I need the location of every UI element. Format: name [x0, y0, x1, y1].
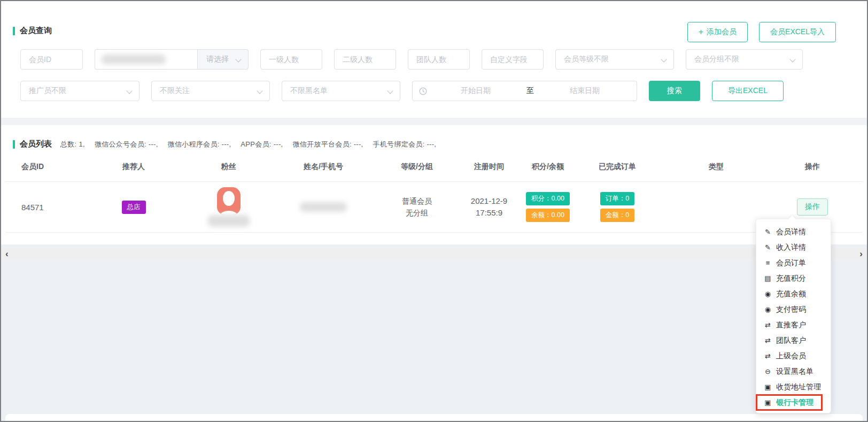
scroll-right-icon[interactable]: ›	[859, 249, 863, 258]
menu-item[interactable]: ≡ 会员订单	[756, 255, 831, 271]
keyword-combo: 请选择	[95, 49, 249, 70]
page-background	[1, 244, 867, 421]
column-header: 姓名/手机号	[275, 159, 371, 174]
referrer-badge: 总店	[122, 201, 146, 214]
cell-completed-orders: 订单：0 金额：0	[580, 182, 655, 232]
money-icon: ◉	[763, 290, 772, 298]
register-date-range[interactable]: 开始日期 至 结束日期	[412, 81, 637, 101]
stat-item: 微信公众号会员: ---,	[95, 140, 158, 149]
filter-row-1: 请选择 会员等级不限 会员分组不限	[20, 49, 803, 70]
transfer-icon: ⇄	[763, 321, 772, 329]
menu-item[interactable]: ⊖ 设置黑名单	[756, 364, 831, 379]
export-excel-button[interactable]: 导出EXCEL	[712, 81, 784, 101]
start-date-input[interactable]: 开始日期	[430, 86, 521, 96]
avatar	[217, 187, 241, 215]
register-date: 2021-12-9	[471, 195, 507, 207]
menu-item[interactable]: ▣ 收货地址管理	[756, 379, 831, 395]
chevron-down-icon	[235, 56, 241, 62]
cell-member-id: 84571	[16, 182, 86, 232]
menu-item[interactable]: ✎ 收入详情	[756, 240, 831, 255]
register-time: 17:55:9	[471, 207, 507, 219]
column-header: 类型	[655, 159, 778, 174]
plus-icon	[699, 27, 703, 37]
list-panel-header: 会员列表 总数: 1, 微信公众号会员: ---, 微信小程序会员: ---, …	[13, 139, 436, 149]
truck-icon: ▣	[763, 398, 772, 406]
edit-icon: ✎	[763, 228, 772, 236]
orders-badge: 订单：0	[600, 192, 634, 205]
member-group-select[interactable]: 会员分组不限	[686, 49, 803, 70]
horizontal-scrollbar[interactable]: ‹ ›	[1, 248, 867, 260]
column-header: 等级/分组	[371, 159, 462, 174]
member-level-select[interactable]: 会员等级不限	[555, 49, 674, 70]
amount-badge: 金额：0	[600, 209, 634, 222]
cell-fans	[182, 182, 275, 232]
chevron-down-icon	[257, 88, 262, 94]
menu-item[interactable]: ⇄ 上级会员	[756, 348, 831, 364]
cell-points-balance: 积分：0.00 余额：0.00	[516, 182, 580, 232]
custom-field-input[interactable]	[482, 50, 543, 69]
cell-register-time: 2021-12-9 17:55:9	[462, 182, 516, 232]
level1-count-input[interactable]	[261, 50, 322, 69]
column-header: 粉丝	[182, 159, 275, 174]
follow-select[interactable]: 不限关注	[151, 81, 270, 101]
chevron-down-icon	[387, 88, 393, 94]
redacted-nickname	[208, 215, 250, 227]
member-list-panel: 会员列表 总数: 1, 微信公众号会员: ---, 微信小程序会员: ---, …	[5, 125, 863, 244]
menu-item[interactable]: ⇄ 团队客户	[756, 333, 831, 348]
stat-item: 微信小程序会员: ---,	[168, 140, 231, 149]
panel-gap	[1, 118, 867, 125]
list-panel-title-text: 会员列表	[20, 139, 52, 149]
date-separator: 至	[524, 86, 536, 96]
level1-field-wrap	[260, 49, 322, 70]
stat-item: 微信开放平台会员: ---,	[292, 140, 363, 149]
member-stats: 总数: 1, 微信公众号会员: ---, 微信小程序会员: ---, APP会员…	[60, 140, 436, 149]
custom-field-wrap	[482, 49, 544, 70]
excel-import-button[interactable]: 会员EXCEL导入	[759, 22, 836, 42]
balance-badge: 余额：0.00	[526, 209, 570, 222]
member-admin-page: 会员查询 添加会员 会员EXCEL导入 请选择	[0, 0, 868, 422]
menu-item[interactable]: ◉ 充值余额	[756, 286, 831, 302]
end-date-input[interactable]: 结束日期	[539, 86, 630, 96]
promoter-select[interactable]: 推广员不限	[20, 81, 140, 101]
member-query-panel: 会员查询 添加会员 会员EXCEL导入 请选择	[5, 4, 863, 118]
keyword-type-select[interactable]: 请选择	[197, 49, 249, 70]
chevron-down-icon	[126, 88, 132, 94]
member-id-field-wrap	[20, 49, 83, 70]
query-panel-title-text: 会员查询	[20, 26, 52, 36]
menu-item[interactable]: ✎ 会员详情	[756, 224, 831, 240]
menu-item[interactable]: ▤ 充值积分	[756, 271, 831, 286]
chevron-down-icon	[661, 56, 666, 62]
row-action-button[interactable]: 操作	[797, 198, 828, 216]
money-icon: ◉	[763, 305, 772, 313]
redacted-name	[300, 202, 347, 212]
truck-icon: ▣	[763, 383, 772, 391]
member-id-input[interactable]	[21, 50, 82, 69]
team-field-wrap	[408, 49, 470, 70]
column-header: 注册时间	[462, 159, 516, 174]
column-header: 积分/余额	[516, 159, 580, 174]
column-header: 推荐人	[86, 159, 182, 174]
section-accent-bar	[13, 27, 15, 35]
scroll-left-icon[interactable]: ‹	[5, 249, 9, 258]
team-count-input[interactable]	[408, 50, 469, 69]
stat-item: 总数: 1,	[60, 140, 85, 149]
blacklist-select[interactable]: 不限黑名单	[282, 81, 400, 101]
level2-count-input[interactable]	[335, 50, 396, 69]
menu-item[interactable]: ⇄ 直推客户	[756, 317, 831, 333]
table-row: 84571 总店 普通会员 无分组 2021-12	[5, 181, 863, 233]
search-button[interactable]: 搜索	[649, 81, 700, 101]
card-icon: ▤	[763, 274, 772, 282]
list-icon: ≡	[763, 259, 772, 267]
member-level: 普通会员	[402, 195, 432, 207]
keyword-input[interactable]	[95, 49, 197, 70]
redacted-keyword	[102, 55, 166, 64]
row-action-menu: ✎ 会员详情 ✎ 收入详情 ≡ 会员订单 ▤ 充值积分 ◉ 充值余额	[756, 219, 831, 413]
cell-referrer: 总店	[86, 182, 182, 232]
edit-icon: ✎	[763, 243, 772, 251]
cell-name-phone	[275, 182, 371, 232]
add-member-button[interactable]: 添加会员	[687, 22, 748, 42]
chevron-down-icon	[789, 56, 795, 62]
menu-item[interactable]: ▣ 银行卡管理	[756, 395, 822, 410]
transfer-icon: ⇄	[763, 336, 772, 344]
menu-item[interactable]: ◉ 支付密码	[756, 302, 831, 317]
